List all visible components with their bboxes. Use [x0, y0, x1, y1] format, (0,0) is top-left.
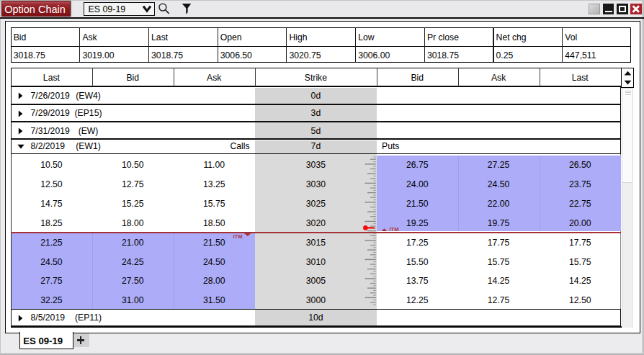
svg-text:ITM: ITM [233, 233, 242, 240]
svg-text:ITM: ITM [390, 226, 399, 231]
